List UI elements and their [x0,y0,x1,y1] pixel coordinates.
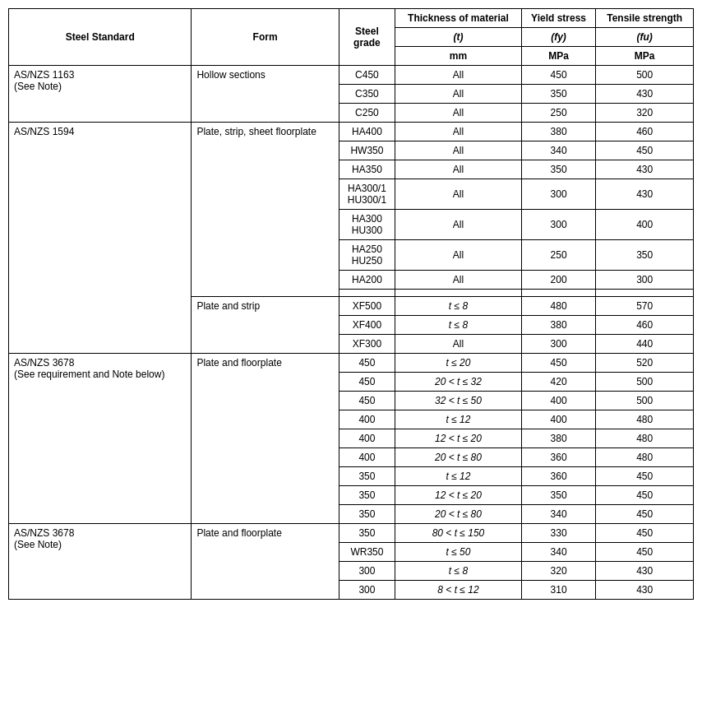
tensile-350-1: 450 [596,467,694,486]
header-thickness-line1: Thickness of material [395,9,522,28]
grade-xf400: XF400 [339,316,395,335]
thickness-400-2: 12 < t ≤ 20 [395,429,522,448]
yield-350-2: 350 [521,486,596,505]
form-plate-floorplate-1: Plate and floorplate [192,354,339,524]
std-1163: AS/NZS 1163 (See Note) [9,66,192,123]
tensile-450-2: 500 [596,373,694,392]
header-thickness-line3: mm [395,47,522,66]
tensile-xf500: 570 [596,297,694,316]
yield-350-4: 330 [521,524,596,543]
grade-hw350: HW350 [339,141,395,160]
header-steel-standard: Steel Standard [9,9,192,66]
yield-ha250: 250 [521,240,596,271]
thickness-hw350: All [395,141,522,160]
tensile-350-2: 450 [596,486,694,505]
form-plate-strip-sheet: Plate, strip, sheet floorplate [192,123,339,297]
thickness-ha300-1: All [395,179,522,210]
yield-ha350: 350 [521,160,596,179]
thickness-c250: All [395,104,522,123]
grade-c450: C450 [339,66,395,85]
tensile-450-3: 500 [596,392,694,410]
grade-450-3: 450 [339,392,395,410]
yield-placeholder [521,290,596,297]
tensile-xf400: 460 [596,316,694,335]
form-hollow: Hollow sections [192,66,339,123]
tensile-c250: 320 [596,104,694,123]
grade-ha400: HA400 [339,123,395,141]
header-yield-line2: (fy) [521,28,596,47]
thickness-400-3: 20 < t ≤ 80 [395,448,522,467]
tensile-ha300-1: 430 [596,179,694,210]
std-1594: AS/NZS 1594 [9,123,192,354]
tensile-ha250: 350 [596,240,694,271]
grade-450-2: 450 [339,373,395,392]
tensile-450-1: 520 [596,354,694,373]
yield-350-3: 340 [521,505,596,524]
thickness-300-2: 8 < t ≤ 12 [395,581,522,600]
tensile-ha300: 400 [596,210,694,240]
yield-wr350: 340 [521,543,596,562]
thickness-c350: All [395,85,522,104]
tensile-xf300: 440 [596,335,694,354]
tensile-wr350: 450 [596,543,694,562]
yield-c350: 350 [521,85,596,104]
thickness-350-1: t ≤ 12 [395,467,522,486]
header-steel-grade: Steel grade [339,9,395,66]
grade-xf500: XF500 [339,297,395,316]
yield-ha200: 200 [521,271,596,290]
table-row: AS/NZS 1594 Plate, strip, sheet floorpla… [9,123,694,141]
std-3678-req: AS/NZS 3678 (See requirement and Note be… [9,354,192,524]
grade-300-2: 300 [339,581,395,600]
tensile-400-1: 480 [596,410,694,429]
tensile-c350: 430 [596,85,694,104]
yield-xf500: 480 [521,297,596,316]
form-plate-strip: Plate and strip [192,297,339,354]
grade-300-1: 300 [339,562,395,581]
thickness-c450: All [395,66,522,85]
grade-350-3: 350 [339,505,395,524]
grade-350-1: 350 [339,467,395,486]
thickness-xf500: t ≤ 8 [395,297,522,316]
thickness-ha350: All [395,160,522,179]
table-row: AS/NZS 3678 (See requirement and Note be… [9,354,694,373]
thickness-ha400: All [395,123,522,141]
grade-400-3: 400 [339,448,395,467]
tensile-hw350: 450 [596,141,694,160]
header-tensile-line1: Tensile strength [596,9,694,28]
grade-wr350: WR350 [339,543,395,562]
thickness-450-2: 20 < t ≤ 32 [395,373,522,392]
tensile-ha400: 460 [596,123,694,141]
thickness-450-1: t ≤ 20 [395,354,522,373]
yield-ha300: 300 [521,210,596,240]
header-thickness-line2: (t) [395,28,522,47]
yield-c250: 250 [521,104,596,123]
grade-400-2: 400 [339,429,395,448]
tensile-300-1: 430 [596,562,694,581]
grade-ha200: HA200 [339,271,395,290]
std-3678-note: AS/NZS 3678 (See Note) [9,524,192,600]
tensile-350-4: 450 [596,524,694,543]
tensile-300-2: 430 [596,581,694,600]
grade-ha300: HA300 HU300 [339,210,395,240]
tensile-400-2: 480 [596,429,694,448]
grade-450-1: 450 [339,354,395,373]
grade-400-1: 400 [339,410,395,429]
yield-hw350: 340 [521,141,596,160]
tensile-ha200: 300 [596,271,694,290]
yield-xf300: 300 [521,335,596,354]
header-tensile-line2: (fu) [596,28,694,47]
yield-400-3: 360 [521,448,596,467]
grade-ha300-1: HA300/1 HU300/1 [339,179,395,210]
thickness-ha300: All [395,210,522,240]
thickness-xf400: t ≤ 8 [395,316,522,335]
table-row: AS/NZS 3678 (See Note) Plate and floorpl… [9,524,694,543]
tensile-c450: 500 [596,66,694,85]
yield-ha300-1: 300 [521,179,596,210]
yield-450-1: 450 [521,354,596,373]
steel-standards-table: Steel Standard Form Steel grade Thicknes… [8,8,694,600]
thickness-450-3: 32 < t ≤ 50 [395,392,522,410]
table-row: AS/NZS 1163 (See Note) Hollow sections C… [9,66,694,85]
yield-450-3: 400 [521,392,596,410]
header-yield-line3: MPa [521,47,596,66]
yield-xf400: 380 [521,316,596,335]
